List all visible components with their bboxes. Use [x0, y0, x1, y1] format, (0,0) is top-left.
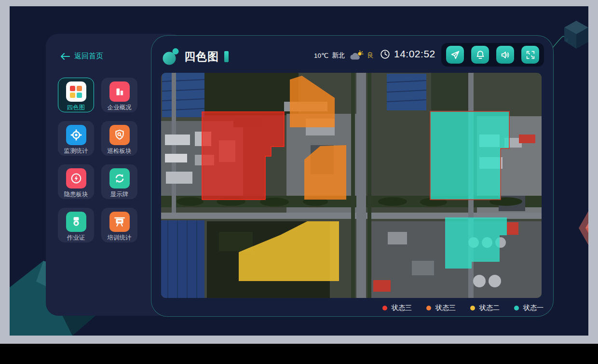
title-accent-bar [224, 51, 229, 62]
back-home-link[interactable]: 返回首页 [60, 52, 103, 61]
app-logo [162, 47, 181, 66]
badge-icon [66, 212, 86, 232]
legend-label: 状态二 [479, 304, 500, 312]
legend-item-orange: 状态三 [426, 304, 456, 312]
arrow-left-icon [60, 53, 70, 60]
legend-dot-red [382, 306, 387, 310]
bell-icon [475, 50, 486, 60]
map-region-teal-zone-south[interactable] [445, 217, 507, 269]
hexagon-decoration [564, 202, 588, 259]
weather-city: 新北 [332, 51, 345, 60]
bell-button[interactable] [471, 46, 489, 64]
weather-temperature: 10℃ [314, 52, 328, 59]
send-icon [450, 50, 461, 60]
sidebar-item-label: 隐患板块 [64, 190, 88, 199]
sidebar-menu: 四色图 企业概况 [58, 78, 137, 243]
back-home-label: 返回首页 [74, 52, 103, 61]
sidebar-item-inspection[interactable]: 巡检板块 [101, 121, 137, 156]
legend-item-red: 状态三 [382, 304, 412, 312]
sidebar-item-label: 企业概况 [108, 104, 132, 112]
current-time: 14:02:52 [394, 48, 435, 60]
speaker-button[interactable] [496, 46, 514, 64]
sidebar-item-label: 作业证 [67, 234, 85, 242]
sidebar-item-label: 培训统计 [108, 234, 132, 242]
fullscreen-icon [525, 50, 536, 60]
sidebar-item-hazard[interactable]: 隐患板块 [58, 164, 94, 199]
page-title: 四色图 [184, 49, 219, 64]
partly-cloudy-icon [348, 50, 364, 61]
fullscreen-button[interactable] [521, 46, 539, 64]
sidebar-item-label: 四色图 [67, 104, 85, 112]
sidebar-item-label: 显示牌 [110, 190, 129, 199]
building-chart-icon [109, 81, 130, 102]
legend-label: 状态三 [392, 304, 412, 312]
clock-display: 14:02:52 [380, 48, 435, 60]
legend-item-teal: 状态一 [514, 304, 544, 312]
legend-dot-teal [514, 306, 519, 310]
legend-label: 状态一 [523, 304, 544, 312]
satellite-map[interactable] [161, 73, 542, 298]
letterbox-bar [0, 344, 598, 364]
sidebar-item-display-board[interactable]: 显示牌 [101, 164, 137, 199]
four-color-grid-icon [66, 81, 86, 102]
air-quality-badge: 良 [367, 51, 374, 60]
dashboard-canvas: 返回首页 四色图 企业概况 [10, 6, 588, 336]
sidebar-item-enterprise-overview[interactable]: 企业概况 [101, 78, 137, 112]
legend-dot-orange [426, 306, 431, 310]
sidebar-item-work-permit[interactable]: 作业证 [58, 208, 94, 243]
main-panel: 四色图 10℃ 新北 良 14:02:52 [151, 35, 554, 317]
sidebar-item-training-stats[interactable]: 培训统计 [101, 208, 137, 243]
sidebar-item-label: 巡检板块 [108, 147, 132, 155]
send-button[interactable] [446, 46, 464, 64]
monitor-target-icon [66, 125, 86, 145]
toolbar [441, 43, 544, 67]
training-board-icon [109, 212, 130, 232]
page-header: 四色图 [162, 47, 229, 66]
weather-info: 10℃ 新北 良 [314, 50, 374, 61]
sidebar-item-label: 监测统计 [64, 147, 88, 155]
map-region-teal-zone-north[interactable] [430, 111, 509, 200]
legend-item-yellow: 状态二 [470, 304, 500, 312]
shield-search-icon [109, 125, 130, 145]
clock-icon [380, 49, 390, 59]
map-legend: 状态三 状态三 状态二 状态一 [382, 304, 544, 312]
refresh-icon [109, 168, 130, 189]
sidebar-item-four-color-map[interactable]: 四色图 [58, 78, 94, 112]
legend-dot-yellow [470, 306, 475, 310]
sidebar-item-monitoring-stats[interactable]: 监测统计 [58, 121, 94, 156]
speaker-icon [500, 50, 511, 60]
hazard-bolt-icon [66, 168, 86, 189]
legend-label: 状态三 [435, 304, 456, 312]
